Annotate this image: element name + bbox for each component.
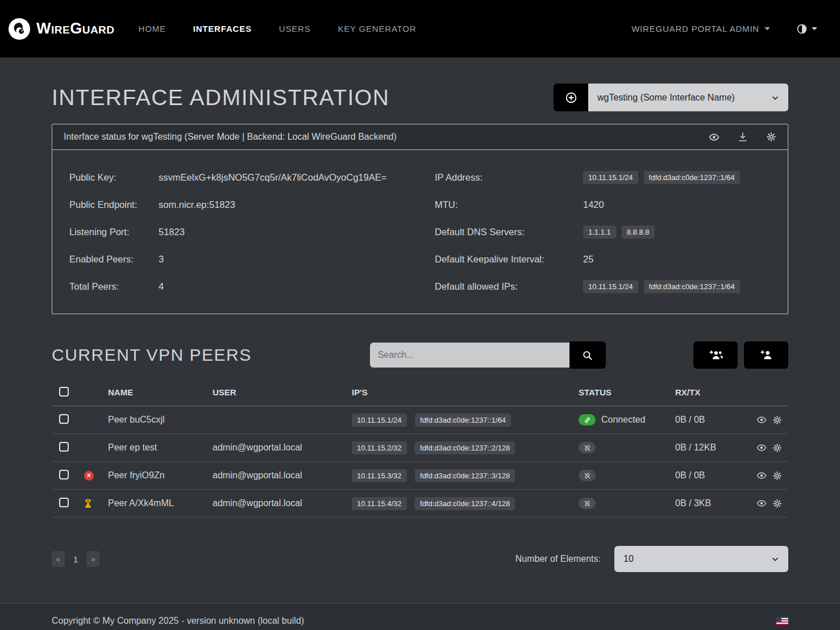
nav-users[interactable]: USERS	[279, 24, 311, 34]
brand[interactable]: WireGuard	[8, 18, 115, 40]
peer-name: Peer A/Xk4mML	[108, 498, 213, 508]
nav-interfaces[interactable]: INTERFACES	[193, 24, 252, 34]
peer-user: admin@wgportal.local	[213, 443, 352, 453]
field-dns-servers: Default DNS Servers: 1.1.1.1 8.8.8.8	[435, 218, 771, 245]
row-checkbox[interactable]	[59, 414, 69, 424]
field-ip-address: IP Address: 10.11.15.1/24 fdfd:d3ad:c0de…	[435, 164, 771, 191]
search-button[interactable]	[569, 341, 606, 369]
column-ips: IP'S	[352, 387, 579, 397]
nav-key-generator[interactable]: KEY GENERATOR	[338, 24, 416, 34]
row-checkbox[interactable]	[59, 442, 69, 452]
ip-badge: 10.11.15.1/24	[583, 280, 638, 293]
chevron-down-icon	[771, 555, 779, 563]
pagination: « 1 »	[52, 551, 99, 567]
show-peer-button[interactable]	[756, 415, 767, 425]
field-label: MTU:	[435, 199, 583, 210]
ip-badge: fdfd:d3ad:c0de:1237::1/64	[415, 414, 511, 427]
field-label: Default DNS Servers:	[435, 227, 583, 237]
interface-status-card: Interface status for wgTesting (Server M…	[52, 124, 788, 314]
field-public-key: Public Key: ssvmEelxG+k8jsNO5G7cq5r/Ak7l…	[69, 164, 435, 191]
navbar-right: WIREGUARD PORTAL ADMIN	[631, 23, 817, 35]
show-interface-config-button[interactable]	[709, 132, 720, 143]
eye-icon	[756, 415, 767, 425]
add-peer-button[interactable]	[744, 341, 788, 369]
field-value: 25	[583, 254, 593, 265]
peer-user: admin@wgportal.local	[213, 498, 352, 508]
add-multiple-peers-button[interactable]	[693, 341, 738, 369]
field-allowed-ips: Default allowed IPs: 10.11.15.1/24 fdfd:…	[435, 273, 771, 300]
peers-table: NAME USER IP'S STATUS RX/TX Peer buC5cxj…	[52, 379, 788, 518]
column-name: NAME	[108, 387, 213, 397]
peer-row: × Peer fryiO9Zn admin@wgportal.local 10.…	[52, 462, 788, 490]
peer-ips: 10.11.15.3/32 fdfd:d3ad:c0de:1237::3/128	[352, 469, 579, 482]
pagination-current-page[interactable]: 1	[69, 554, 82, 564]
peer-rxtx: 0B / 0B	[675, 415, 756, 425]
show-peer-button[interactable]	[756, 443, 767, 453]
peer-row: Peer buC5cxjl 10.11.15.1/24 fdfd:d3ad:c0…	[52, 406, 788, 434]
elements-select-value: 10	[623, 554, 634, 564]
peer-status: Connected	[579, 414, 675, 425]
show-peer-button[interactable]	[756, 498, 767, 508]
download-interface-config-button[interactable]	[738, 132, 748, 142]
interface-select[interactable]: wgTesting (Some Interface Name)	[588, 84, 788, 111]
interface-status-card-header: Interface status for wgTesting (Server M…	[52, 124, 788, 150]
peer-rxtx: 0B / 0B	[675, 470, 756, 481]
field-value: som.nicr.ep:51823	[159, 199, 235, 210]
page-title: INTERFACE ADMINISTRATION	[52, 85, 389, 110]
chevron-down-icon	[764, 27, 770, 30]
field-label: Public Key:	[69, 172, 159, 183]
pending-hourglass-icon	[84, 499, 108, 508]
add-interface-button[interactable]	[554, 84, 588, 111]
edit-peer-button[interactable]	[772, 471, 782, 481]
dns-badge: 8.8.8.8	[622, 226, 655, 239]
field-label: Public Endpoint:	[69, 199, 159, 210]
field-listening-port: Listening Port: 51823	[69, 218, 435, 245]
card-title: Interface status for wgTesting (Server M…	[64, 132, 397, 142]
peer-name: Peer ep test	[108, 443, 213, 453]
ip-badge: 10.11.15.4/32	[352, 497, 407, 510]
field-public-endpoint: Public Endpoint: som.nicr.ep:51823	[69, 191, 435, 218]
field-label: Default allowed IPs:	[435, 281, 583, 292]
select-all-checkbox[interactable]	[59, 387, 69, 397]
field-value: 4	[159, 281, 164, 292]
field-label: Enabled Peers:	[69, 254, 159, 265]
eye-icon	[756, 470, 767, 481]
link-slash-icon	[579, 498, 596, 509]
edit-interface-button[interactable]	[766, 132, 776, 142]
gear-icon	[772, 499, 782, 508]
interface-select-value: wgTesting (Some Interface Name)	[597, 93, 735, 103]
chevron-down-icon	[771, 94, 779, 102]
user-menu[interactable]: WIREGUARD PORTAL ADMIN	[631, 24, 770, 34]
pagination-next-button[interactable]: »	[86, 551, 99, 567]
peer-row: Peer A/Xk4mML admin@wgportal.local 10.11…	[52, 490, 788, 518]
elements-select[interactable]: 10	[614, 546, 788, 572]
field-value: ssvmEelxG+k8jsNO5G7cq5r/Ak7liCodAvOyoCg1…	[159, 172, 386, 183]
theme-toggle[interactable]	[796, 23, 817, 35]
peer-ips: 10.11.15.2/32 fdfd:d3ad:c0de:1237::2/128	[352, 441, 579, 454]
column-status: STATUS	[579, 387, 675, 397]
ip-badge: fdfd:d3ad:c0de:1237::3/128	[415, 469, 515, 482]
edit-peer-button[interactable]	[772, 443, 782, 453]
field-mtu: MTU: 1420	[435, 191, 771, 218]
search-input[interactable]	[370, 343, 569, 368]
peer-user: admin@wgportal.local	[213, 470, 352, 481]
edit-peer-button[interactable]	[772, 415, 782, 425]
ip-badge: 10.11.15.1/24	[352, 414, 407, 427]
footer: Copyright © My Company 2025 - version un…	[0, 603, 840, 630]
row-checkbox[interactable]	[59, 470, 69, 479]
nav-home[interactable]: HOME	[139, 24, 166, 34]
link-slash-icon	[579, 442, 596, 453]
interface-details-left: Public Key: ssvmEelxG+k8jsNO5G7cq5r/Ak7l…	[69, 164, 435, 300]
edit-peer-button[interactable]	[772, 499, 782, 508]
show-peer-button[interactable]	[756, 470, 767, 481]
ip-badge: fdfd:d3ad:c0de:1237::1/64	[644, 280, 740, 293]
pagination-prev-button[interactable]: «	[52, 551, 65, 567]
expired-icon: ×	[84, 471, 94, 481]
eye-icon	[756, 498, 767, 508]
peer-row: Peer ep test admin@wgportal.local 10.11.…	[52, 434, 788, 462]
navbar: WireGuard HOME INTERFACES USERS KEY GENE…	[0, 0, 840, 57]
peers-table-header: NAME USER IP'S STATUS RX/TX	[52, 379, 788, 406]
us-flag-icon[interactable]	[776, 617, 788, 625]
row-checkbox[interactable]	[59, 498, 69, 507]
wireguard-logo-icon	[8, 18, 31, 40]
